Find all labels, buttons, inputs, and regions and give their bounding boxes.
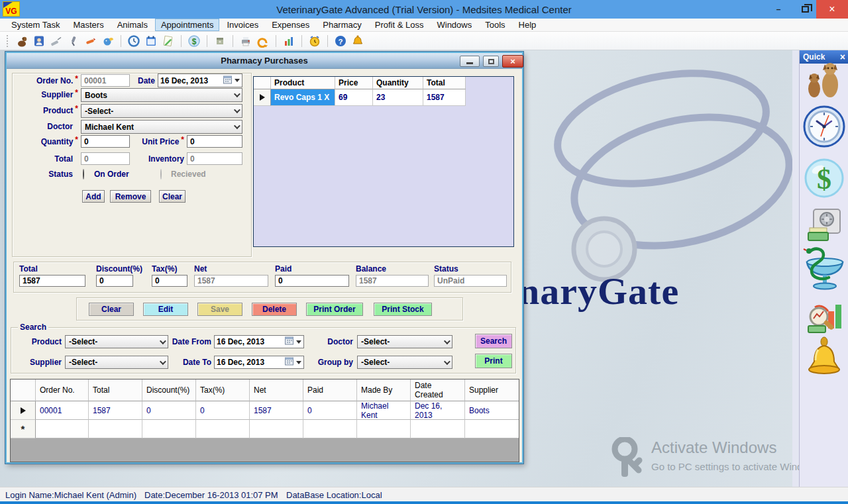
search-supplier-dropdown[interactable]: -Select- bbox=[65, 356, 168, 369]
column-header-date-created[interactable]: Date Created bbox=[411, 379, 465, 401]
money-toolbar-icon[interactable]: $ bbox=[187, 34, 201, 48]
column-header-total[interactable]: Total bbox=[89, 379, 142, 401]
total-field[interactable]: 0 bbox=[81, 152, 130, 165]
dialog-minimize-button[interactable] bbox=[460, 56, 480, 67]
unit-price-field[interactable]: 0 bbox=[187, 135, 242, 148]
cell-total[interactable]: 1587 bbox=[423, 89, 466, 106]
totals-paid-field[interactable]: 0 bbox=[275, 275, 349, 287]
print-toolbar-icon[interactable] bbox=[239, 34, 252, 48]
package-toolbar-icon[interactable] bbox=[213, 34, 227, 48]
money-safe-icon[interactable] bbox=[806, 208, 843, 244]
group-by-dropdown[interactable]: -Select- bbox=[357, 356, 452, 369]
empty-cell[interactable] bbox=[89, 420, 142, 438]
cell-quantity[interactable]: 23 bbox=[373, 89, 423, 106]
search-product-dropdown[interactable]: -Select- bbox=[65, 335, 168, 348]
chart-toolbar-icon[interactable] bbox=[282, 34, 295, 48]
empty-cell[interactable] bbox=[465, 420, 519, 438]
items-grid-data-row[interactable]: Revo Caps 1 X 69 23 1587 bbox=[254, 89, 513, 106]
dialog-titlebar[interactable]: Pharmacy Purchases bbox=[7, 53, 522, 69]
column-header-tax[interactable]: Tax(%) bbox=[196, 379, 250, 401]
menu-tools[interactable]: Tools bbox=[479, 19, 511, 31]
column-header-paid[interactable]: Paid bbox=[303, 379, 357, 401]
invoice-toolbar-icon[interactable] bbox=[162, 34, 175, 48]
menu-windows[interactable]: Windows bbox=[431, 19, 478, 31]
order-no-field[interactable]: 00001 bbox=[81, 74, 130, 87]
menu-appointments[interactable]: Appointments bbox=[155, 19, 220, 31]
empty-cell[interactable] bbox=[250, 420, 303, 438]
empty-cell[interactable] bbox=[357, 420, 411, 438]
empty-cell[interactable] bbox=[411, 420, 465, 438]
cell-date-created[interactable]: Dec 16, 2013 bbox=[411, 401, 465, 420]
column-header-product[interactable]: Product bbox=[271, 77, 335, 89]
menu-pharmacy[interactable]: Pharmacy bbox=[317, 19, 368, 31]
orders-grid-data-row[interactable]: 00001 1587 0 0 1587 0 Michael Kent Dec 1… bbox=[11, 401, 519, 420]
column-header-order-no[interactable]: Order No. bbox=[36, 379, 89, 401]
cell-product[interactable]: Revo Caps 1 X bbox=[271, 89, 335, 106]
clock-toolbar-icon[interactable] bbox=[127, 34, 140, 48]
cell-discount[interactable]: 0 bbox=[142, 401, 196, 420]
cell-supplier[interactable]: Boots bbox=[465, 401, 519, 420]
alarm-toolbar-icon[interactable] bbox=[308, 34, 321, 48]
contacts-toolbar-icon[interactable] bbox=[32, 34, 46, 48]
on-order-radio[interactable] bbox=[83, 169, 84, 179]
totals-balance-field[interactable]: 1587 bbox=[356, 275, 429, 287]
cell-order-no[interactable]: 00001 bbox=[36, 401, 89, 420]
column-header-total[interactable]: Total bbox=[423, 77, 466, 89]
totals-net-field[interactable]: 1587 bbox=[194, 275, 268, 287]
cell-total[interactable]: 1587 bbox=[89, 401, 142, 420]
help-toolbar-icon[interactable]: ? bbox=[334, 34, 347, 48]
quantity-field[interactable]: 0 bbox=[81, 135, 130, 148]
column-header-net[interactable]: Net bbox=[250, 379, 303, 401]
received-radio[interactable] bbox=[160, 169, 162, 179]
cell-price[interactable]: 69 bbox=[335, 89, 373, 106]
totals-total-field[interactable]: 1587 bbox=[19, 275, 85, 287]
dialog-close-button[interactable]: × bbox=[502, 55, 523, 68]
totals-discount-field[interactable]: 0 bbox=[96, 275, 133, 287]
menu-expenses[interactable]: Expenses bbox=[266, 19, 315, 31]
column-header-quantity[interactable]: Quantity bbox=[373, 77, 423, 89]
report-search-icon[interactable] bbox=[806, 299, 843, 337]
search-doctor-dropdown[interactable]: -Select- bbox=[357, 335, 452, 348]
totals-status-field[interactable]: UnPaid bbox=[434, 275, 507, 287]
inventory-field[interactable]: 0 bbox=[187, 152, 242, 165]
print-order-button[interactable]: Print Order bbox=[306, 303, 363, 316]
cell-made-by[interactable]: Michael Kent bbox=[357, 401, 411, 420]
close-button[interactable]: × bbox=[816, 0, 848, 19]
dialog-maximize-button[interactable] bbox=[483, 56, 499, 67]
product-dropdown[interactable]: -Select- bbox=[81, 104, 242, 118]
menu-profit-loss[interactable]: Profit & Loss bbox=[369, 19, 430, 31]
syringe-toolbar-icon[interactable] bbox=[50, 34, 63, 48]
dog-toolbar-icon[interactable] bbox=[15, 34, 28, 48]
clock-icon[interactable] bbox=[802, 105, 846, 150]
totals-tax-field[interactable]: 0 bbox=[152, 275, 187, 287]
save-button[interactable]: Save bbox=[197, 303, 242, 316]
menu-masters[interactable]: Masters bbox=[67, 19, 109, 31]
date-from-picker[interactable]: 16 Dec, 2013 bbox=[214, 335, 304, 348]
menu-help[interactable]: Help bbox=[513, 19, 543, 31]
clear-button[interactable]: Clear bbox=[89, 303, 134, 316]
search-button[interactable]: Search bbox=[475, 334, 512, 348]
menu-system-task[interactable]: System Task bbox=[5, 19, 66, 31]
menu-animals[interactable]: Animals bbox=[111, 19, 154, 31]
empty-cell[interactable] bbox=[196, 420, 250, 438]
bell-icon[interactable] bbox=[805, 336, 843, 379]
bell-toolbar-icon[interactable] bbox=[351, 34, 364, 48]
restore-button[interactable] bbox=[794, 0, 816, 19]
column-header-supplier[interactable]: Supplier bbox=[465, 379, 519, 401]
grooming-tool-toolbar-icon[interactable] bbox=[67, 34, 80, 48]
doctor-dropdown[interactable]: Michael Kent bbox=[81, 120, 242, 134]
bird-toolbar-icon[interactable] bbox=[101, 34, 115, 48]
pharmacy-bowl-icon[interactable] bbox=[802, 245, 847, 296]
dogs-icon[interactable] bbox=[806, 60, 843, 100]
date-to-picker[interactable]: 16 Dec, 2013 bbox=[214, 356, 304, 369]
calendar-toolbar-icon[interactable] bbox=[144, 34, 158, 48]
orders-grid-new-row[interactable]: * bbox=[11, 420, 519, 438]
undo-toolbar-icon[interactable] bbox=[256, 34, 270, 48]
empty-cell[interactable] bbox=[142, 420, 196, 438]
cell-paid[interactable]: 0 bbox=[303, 401, 357, 420]
clear-items-button[interactable]: Clear bbox=[159, 190, 186, 203]
column-header-discount[interactable]: Discount(%) bbox=[142, 379, 196, 401]
column-header-price[interactable]: Price bbox=[335, 77, 373, 89]
edit-button[interactable]: Edit bbox=[143, 303, 188, 316]
empty-cell[interactable] bbox=[36, 420, 89, 438]
